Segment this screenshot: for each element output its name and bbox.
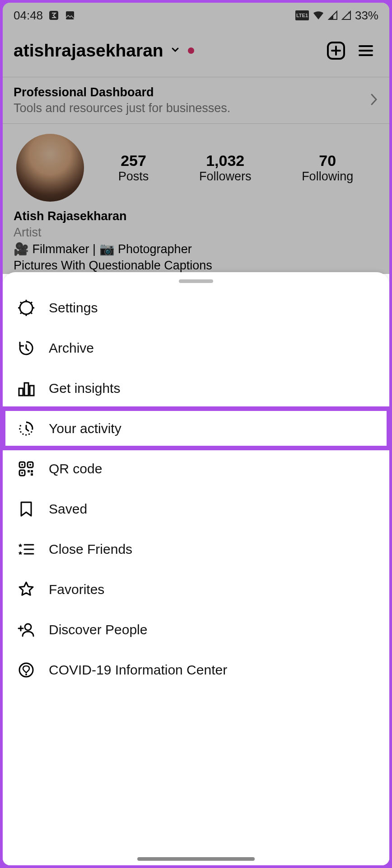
hamburger-menu-button[interactable] [353, 38, 378, 63]
stat-followers[interactable]: 1,032 Followers [199, 152, 252, 184]
stat-followers-count: 1,032 [199, 152, 252, 170]
menu-your-activity[interactable]: Your activity [3, 408, 389, 448]
menu-insights-label: Get insights [49, 381, 120, 396]
status-bar: 04:48 LTE1 × 33% [3, 3, 389, 28]
svg-line-12 [31, 312, 32, 314]
menu-saved-label: Saved [49, 501, 87, 517]
stat-posts[interactable]: 257 Posts [118, 152, 149, 184]
svg-line-14 [20, 312, 22, 314]
profile-stats-row: 257 Posts 1,032 Followers 70 Following [3, 124, 389, 206]
professional-dashboard-row[interactable]: Professional Dashboard Tools and resourc… [3, 77, 389, 124]
bio-line-1: 🎥 Filmmaker | 📷 Photographer [14, 241, 378, 257]
svg-rect-25 [31, 473, 33, 476]
svg-point-23 [21, 472, 23, 474]
menu-settings[interactable]: Settings [3, 288, 389, 328]
dashboard-subtitle: Tools and resources just for businesses. [14, 101, 369, 115]
archive-icon [16, 338, 36, 358]
dashboard-title: Professional Dashboard [14, 85, 369, 99]
menu-bottom-sheet: Settings Archive Get insights Your activ… [3, 272, 389, 865]
sigma-icon [48, 10, 59, 21]
activity-icon [16, 419, 36, 439]
svg-point-21 [21, 464, 23, 466]
svg-point-27 [25, 624, 31, 630]
svg-point-6 [20, 302, 33, 314]
svg-rect-15 [19, 388, 23, 396]
svg-rect-26 [31, 470, 33, 472]
signal2-icon: × [341, 10, 351, 20]
menu-favorites[interactable]: Favorites [3, 569, 389, 609]
svg-rect-24 [28, 470, 30, 472]
svg-point-22 [29, 464, 31, 466]
menu-activity-label: Your activity [49, 421, 121, 436]
menu-settings-label: Settings [49, 300, 98, 316]
volte-icon: LTE1 [295, 10, 309, 20]
svg-point-29 [25, 674, 27, 675]
menu-saved[interactable]: Saved [3, 489, 389, 529]
home-indicator[interactable] [137, 857, 255, 861]
create-button[interactable] [323, 38, 349, 63]
settings-icon [16, 298, 36, 318]
close-friends-icon [16, 539, 36, 559]
username-label[interactable]: atishrajasekharan [14, 41, 163, 61]
saved-icon [16, 499, 36, 519]
bio-line-2: Pictures With Questionable Captions [14, 257, 378, 274]
sheet-grabber[interactable] [179, 279, 213, 283]
menu-covid-info[interactable]: COVID-19 Information Center [3, 650, 389, 690]
status-battery: 33% [355, 9, 378, 23]
menu-covid-label: COVID-19 Information Center [49, 662, 227, 678]
svg-rect-16 [24, 383, 28, 396]
notification-dot [188, 47, 194, 54]
menu-close-friends[interactable]: Close Friends [3, 529, 389, 569]
gallery-icon [65, 10, 75, 21]
wifi-icon [313, 10, 324, 20]
menu-archive[interactable]: Archive [3, 328, 389, 368]
stat-posts-count: 257 [118, 152, 149, 170]
svg-text:LTE1: LTE1 [296, 13, 308, 18]
bio-category: Artist [14, 224, 378, 241]
menu-insights[interactable]: Get insights [3, 368, 389, 408]
svg-line-13 [31, 302, 32, 303]
svg-rect-17 [30, 386, 34, 396]
menu-discover-people[interactable]: Discover People [3, 609, 389, 650]
qr-code-icon [16, 459, 36, 479]
menu-favorites-label: Favorites [49, 582, 104, 597]
svg-text:×: × [348, 10, 351, 16]
favorites-icon [16, 580, 36, 599]
svg-rect-1 [66, 11, 74, 19]
bio-name: Atish Rajasekharan [14, 208, 378, 224]
profile-header: atishrajasekharan [3, 28, 389, 77]
chevron-right-icon [369, 93, 378, 108]
menu-closefriends-label: Close Friends [49, 542, 132, 557]
avatar[interactable] [16, 134, 84, 202]
stat-posts-label: Posts [118, 170, 149, 184]
menu-discover-label: Discover People [49, 622, 147, 637]
svg-line-11 [20, 302, 22, 303]
signal-icon [328, 10, 338, 20]
stat-following-label: Following [302, 170, 353, 184]
chevron-down-icon[interactable] [170, 44, 181, 57]
menu-qrcode-label: QR code [49, 461, 102, 476]
covid-info-icon [16, 660, 36, 680]
insights-icon [16, 378, 36, 398]
discover-people-icon [16, 620, 36, 640]
menu-archive-label: Archive [49, 340, 94, 356]
stat-following-count: 70 [302, 152, 353, 170]
stat-followers-label: Followers [199, 170, 252, 184]
menu-qr-code[interactable]: QR code [3, 448, 389, 489]
status-time: 04:48 [14, 9, 43, 23]
stat-following[interactable]: 70 Following [302, 152, 353, 184]
